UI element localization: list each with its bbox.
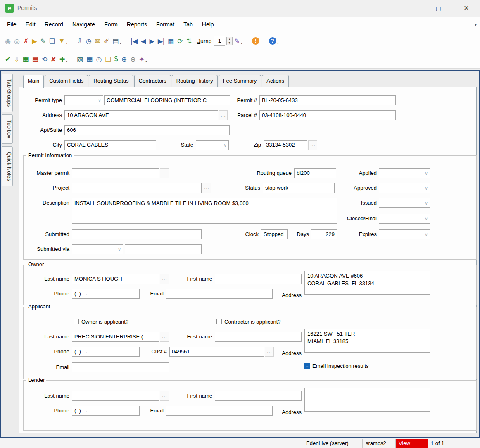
copy-page-button[interactable]: ❏ <box>105 54 112 64</box>
applicant-address-box[interactable]: 16221 SW 51 TER MIAMI FL 33185 <box>304 329 430 353</box>
search-settings-button[interactable]: ✦▾ <box>138 54 148 64</box>
edit-record-button[interactable]: ✎ <box>40 36 47 46</box>
alert-button[interactable]: ! <box>251 36 260 46</box>
contractor-is-applicant-checkbox[interactable] <box>216 319 222 324</box>
applicant-last-name-field[interactable]: PRECISION ENTERPRISE ( <box>72 332 159 342</box>
permit-type-description-field[interactable]: COMMERCIAL FLOORING (INTERIOR C <box>104 95 230 105</box>
lender-last-name-field[interactable] <box>72 391 159 401</box>
tab-routing-status[interactable]: Routing Status <box>89 75 133 87</box>
copy-record-button[interactable]: ❏ <box>48 36 56 46</box>
last-record-button[interactable]: ▶| <box>157 36 165 46</box>
apt-suite-field[interactable]: 606 <box>64 125 230 135</box>
sidebar-tab-tab-groups[interactable]: Tab Groups <box>2 74 13 112</box>
description-field[interactable]: INSTALL SOUNDPROOFING & MARBLE TILE IN L… <box>72 198 337 224</box>
commit-record-button[interactable]: ◉ <box>4 36 12 46</box>
filter-button[interactable]: ▼▾ <box>57 36 68 46</box>
approved-date-combo[interactable]: 05/21/2020 ∨ <box>379 183 430 193</box>
lender-address-box[interactable] <box>304 388 430 412</box>
submitted-via-combo[interactable]: ∨ <box>72 244 123 254</box>
permit-type-combo[interactable]: bl026 ∨ <box>64 95 103 105</box>
tab-contractors[interactable]: Contractors <box>134 75 171 87</box>
applicant-email-field[interactable] <box>72 362 169 372</box>
jump-input[interactable]: 1 <box>214 36 225 46</box>
doc-revert-button[interactable]: ⟲ <box>41 54 48 64</box>
lender-email-field[interactable] <box>166 406 273 416</box>
cash-register-button[interactable]: $ <box>114 54 119 64</box>
address-lookup-button[interactable]: … <box>219 110 228 120</box>
owner-last-name-field[interactable]: MONICA S HOUGH <box>72 274 159 284</box>
expires-date-combo[interactable]: 11/29/2020 ∨ <box>379 229 430 239</box>
tab-main[interactable]: Main <box>23 75 44 88</box>
parcel-number-field[interactable]: 03-4108-100-0440 <box>259 110 396 120</box>
menu-help[interactable]: Help <box>197 18 219 31</box>
project-field[interactable] <box>72 183 202 193</box>
stamp-button[interactable]: ✐ <box>103 36 110 46</box>
clock-button[interactable]: ◷ <box>95 54 103 64</box>
doc-new-button[interactable]: ✚▾ <box>59 54 68 64</box>
cancel-record-button[interactable]: ◎ <box>13 36 21 46</box>
table-view-button[interactable]: ▦ <box>167 36 175 46</box>
days-field[interactable]: 229 <box>311 229 337 239</box>
sort-button[interactable]: ⇅ <box>185 36 192 46</box>
permit-number-field[interactable]: BL-20-05-6433 <box>259 95 396 105</box>
help-button[interactable]: ?▾ <box>268 36 280 46</box>
closed-final-date-combo[interactable]: ∨ <box>379 214 430 224</box>
state-combo[interactable]: FL ∨ <box>196 140 229 150</box>
menu-overflow-chevron-icon[interactable]: ▾ <box>475 22 477 27</box>
email-inspection-results-checkbox[interactable]: – <box>304 363 310 369</box>
submitted-field[interactable] <box>72 229 202 239</box>
sidebar-tab-toolbox[interactable]: Toolbox <box>2 114 13 144</box>
web-button[interactable]: ⊕ <box>121 54 128 64</box>
highlighter-button[interactable]: ✎▾ <box>233 36 243 46</box>
owner-first-name-field[interactable] <box>215 274 302 284</box>
dropdown-chevron-icon[interactable]: ▾ <box>66 41 67 46</box>
owner-is-applicant-label[interactable]: Owner is applicant? <box>81 318 128 326</box>
dropdown-chevron-icon[interactable]: ▾ <box>241 41 242 46</box>
owner-address-box[interactable]: 10 ARAGON AVE #606 CORAL GABLES FL 33134 <box>304 271 430 295</box>
dropdown-chevron-icon[interactable]: ▾ <box>277 41 279 46</box>
address-field[interactable]: 10 ARAGON AVE <box>64 110 218 120</box>
owner-is-applicant-checkbox[interactable] <box>74 319 79 324</box>
city-field[interactable]: CORAL GABLES <box>64 140 156 150</box>
issued-date-combo[interactable]: 05/21/2020 ∨ <box>379 198 430 208</box>
applicant-cust-number-field[interactable]: 049561 <box>169 347 264 357</box>
email-inspection-results-label[interactable]: Email inspection results <box>312 362 369 370</box>
close-button[interactable]: ✕ <box>457 0 476 17</box>
doc-excel-button[interactable]: ▦ <box>22 54 30 64</box>
attachment-button[interactable]: ⇩ <box>76 36 83 46</box>
refresh-button[interactable]: ⟳ <box>176 36 183 46</box>
lender-phone-field[interactable]: ( ) - <box>72 406 140 416</box>
menu-navigate[interactable]: Navigate <box>68 18 100 31</box>
tab-actions[interactable]: Actions <box>262 75 289 87</box>
globe-button[interactable]: ⊕ <box>129 54 136 64</box>
lender-first-name-field[interactable] <box>215 391 302 401</box>
applicant-lookup-button[interactable]: … <box>160 332 169 342</box>
jump-spinner[interactable]: ▲▼ <box>226 37 233 45</box>
menu-format[interactable]: Format <box>152 18 179 31</box>
master-permit-field[interactable] <box>72 168 159 178</box>
applicant-cust-lookup-button[interactable]: … <box>265 347 274 357</box>
clock-field[interactable]: Stopped <box>261 229 288 239</box>
contractor-is-applicant-label[interactable]: Contractor is applicant? <box>224 318 281 326</box>
previous-record-button[interactable]: ◀ <box>140 36 147 46</box>
dropdown-chevron-icon[interactable]: ▾ <box>120 41 121 46</box>
menu-edit[interactable]: Edit <box>21 18 40 31</box>
owner-lookup-button[interactable]: … <box>160 274 169 284</box>
dropdown-chevron-icon[interactable]: ▾ <box>145 60 147 64</box>
delete-record-button[interactable]: ✗ <box>22 36 29 46</box>
routing-queue-field[interactable]: bl200 <box>294 168 336 178</box>
next-record-button[interactable]: ▶ <box>148 36 155 46</box>
history-clock-button[interactable]: ◷ <box>85 36 93 46</box>
maximize-button[interactable]: ▢ <box>429 0 448 17</box>
zip-lookup-button[interactable]: … <box>308 140 317 150</box>
menu-file[interactable]: File <box>2 18 21 31</box>
master-permit-lookup-button[interactable]: … <box>160 168 169 178</box>
minimize-button[interactable]: — <box>397 0 416 17</box>
tab-custom-fields[interactable]: Custom Fields <box>45 75 88 87</box>
submitted-via-detail-field[interactable] <box>125 244 202 254</box>
tab-fee-summary[interactable]: Fee Summary <box>219 75 261 87</box>
applied-date-combo[interactable]: 05/13/2020 ∨ <box>379 168 430 178</box>
dropdown-chevron-icon[interactable]: ▾ <box>66 60 67 64</box>
applicant-first-name-field[interactable] <box>215 332 302 342</box>
menu-tab[interactable]: Tab <box>179 18 197 31</box>
